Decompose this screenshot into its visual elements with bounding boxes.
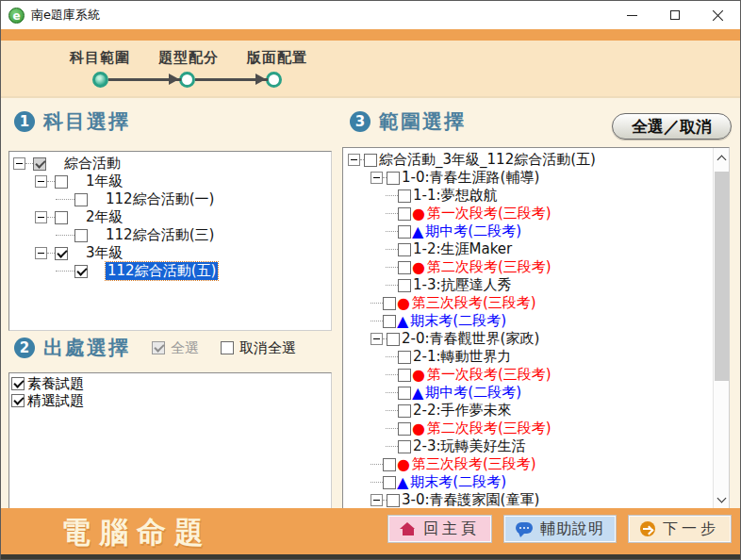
- checkbox-unchecked[interactable]: [398, 225, 411, 239]
- help-button[interactable]: 輔助說明: [504, 516, 616, 542]
- tree-row[interactable]: ▲ 期中考(二段考): [346, 222, 729, 240]
- tree-label[interactable]: 期末考(二段考): [410, 312, 506, 330]
- tree-row[interactable]: 1-2:生涯Maker: [346, 240, 729, 258]
- checkbox-unchecked[interactable]: [398, 369, 411, 382]
- vertical-scrollbar[interactable]: [713, 148, 729, 509]
- tree-row[interactable]: 1-3:抗壓達人秀: [346, 276, 729, 294]
- minimize-button[interactable]: [610, 1, 653, 29]
- tree-row[interactable]: ● 第三次段考(三段考): [346, 455, 729, 473]
- tree-row[interactable]: ● 第三次段考(三段考): [346, 294, 729, 312]
- tree-row[interactable]: 112綜合活動(一): [12, 190, 331, 208]
- tree-label[interactable]: 2-1:轉動世界力: [413, 348, 512, 366]
- checkbox-unchecked[interactable]: [387, 333, 400, 346]
- tree-label[interactable]: 1-0:青春生涯路(輔導): [402, 169, 539, 187]
- checkbox-unchecked[interactable]: [398, 261, 411, 274]
- tree-label[interactable]: 綜合活動: [64, 155, 121, 173]
- checkbox-unchecked[interactable]: [398, 387, 411, 400]
- tree-label[interactable]: 2年級: [86, 208, 124, 226]
- tree-label-selected[interactable]: 112綜合活動(五): [106, 262, 218, 280]
- list-item[interactable]: 素養試題: [9, 375, 331, 392]
- checkbox-checked[interactable]: [74, 265, 88, 278]
- tree-row[interactable]: 1-1:夢想啟航: [346, 187, 729, 205]
- next-step-button[interactable]: 下一步: [629, 516, 731, 542]
- checkbox-unchecked[interactable]: [55, 211, 68, 224]
- checkbox-unchecked[interactable]: [364, 154, 377, 167]
- select-all-checkbox-checked-disabled[interactable]: [152, 341, 165, 354]
- tree-label[interactable]: 1-2:生涯Maker: [413, 240, 512, 258]
- checkbox-unchecked[interactable]: [383, 476, 396, 489]
- tree-row[interactable]: 112綜合活動(五): [12, 262, 331, 280]
- tree-label[interactable]: 第三次段考(三段考): [412, 455, 536, 473]
- checkbox-unchecked[interactable]: [383, 297, 396, 310]
- close-button[interactable]: [697, 1, 740, 29]
- list-item[interactable]: 精選試題: [9, 392, 331, 409]
- tree-label[interactable]: 1-1:夢想啟航: [413, 187, 498, 205]
- collapse-icon[interactable]: [370, 333, 383, 345]
- tree-row[interactable]: 2-3:玩轉美好生活: [346, 437, 729, 455]
- checkbox-unchecked[interactable]: [383, 315, 396, 328]
- checkbox-unchecked[interactable]: [398, 404, 411, 418]
- collapse-icon[interactable]: [35, 175, 47, 188]
- checkbox-unchecked[interactable]: [398, 351, 411, 364]
- collapse-icon[interactable]: [35, 247, 47, 259]
- tree-label[interactable]: 2-0:青春觀世界(家政): [402, 330, 539, 348]
- tree-label[interactable]: 綜合活動_3年級_112綜合活動(五): [379, 151, 596, 169]
- checkbox-unchecked[interactable]: [398, 243, 411, 256]
- checkbox-checked[interactable]: [11, 377, 25, 390]
- tree-label[interactable]: 3年級: [86, 244, 124, 262]
- tree-label[interactable]: 112綜合活動(一): [106, 190, 214, 208]
- tree-row[interactable]: ▲ 期中考(二段考): [346, 384, 729, 402]
- home-button[interactable]: 回主頁: [388, 516, 491, 542]
- tree-row[interactable]: ● 第二次段考(三段考): [346, 420, 729, 437]
- checkbox-checked[interactable]: [55, 247, 68, 260]
- tree-label[interactable]: 期末考(二段考): [410, 473, 506, 491]
- checkbox-unchecked[interactable]: [55, 175, 68, 189]
- tree-row[interactable]: ● 第一次段考(三段考): [346, 205, 729, 222]
- checkbox-unchecked[interactable]: [398, 279, 411, 292]
- tree-label[interactable]: 第二次段考(三段考): [427, 420, 552, 437]
- checkbox-unchecked[interactable]: [387, 494, 400, 507]
- checkbox-unchecked[interactable]: [387, 172, 400, 185]
- tree-label[interactable]: 3-0:青春護家園(童軍): [402, 491, 539, 509]
- tree-row[interactable]: 1-0:青春生涯路(輔導): [346, 169, 729, 187]
- tree-label[interactable]: 1-3:抗壓達人秀: [413, 276, 512, 294]
- tree-row[interactable]: ● 第二次段考(三段考): [346, 258, 729, 276]
- tree-label[interactable]: 112綜合活動(三): [106, 226, 214, 244]
- maximize-button[interactable]: [653, 1, 697, 29]
- deselect-all-control[interactable]: 取消全選: [221, 339, 296, 357]
- tree-row[interactable]: 112綜合活動(三): [12, 226, 331, 244]
- select-all-control[interactable]: 全選: [152, 339, 199, 357]
- collapse-icon[interactable]: [370, 172, 383, 184]
- checkbox-unchecked[interactable]: [398, 440, 411, 453]
- tree-row[interactable]: 綜合活動_3年級_112綜合活動(五): [346, 151, 729, 169]
- collapse-icon[interactable]: [370, 494, 383, 506]
- tree-row[interactable]: ▲ 期末考(二段考): [346, 312, 729, 330]
- tree-row[interactable]: 2-2:手作夢未來: [346, 402, 729, 420]
- tree-label[interactable]: 第二次段考(三段考): [427, 258, 552, 276]
- tree-label[interactable]: 第三次段考(三段考): [412, 294, 536, 312]
- checkbox-unchecked[interactable]: [398, 422, 411, 436]
- checkbox-unchecked[interactable]: [398, 207, 411, 221]
- tree-label[interactable]: 2-3:玩轉美好生活: [413, 437, 526, 455]
- checkbox-checked[interactable]: [11, 394, 25, 407]
- collapse-icon[interactable]: [348, 154, 360, 166]
- deselect-all-checkbox[interactable]: [221, 341, 234, 354]
- select-toggle-button[interactable]: 全選／取消: [612, 113, 732, 140]
- tree-row[interactable]: 2-1:轉動世界力: [346, 348, 729, 366]
- collapse-icon[interactable]: [35, 211, 47, 223]
- tree-row[interactable]: 綜合活動: [12, 155, 331, 173]
- checkbox-unchecked[interactable]: [398, 189, 411, 203]
- tree-row[interactable]: 1年級: [12, 173, 331, 190]
- tree-label[interactable]: 期中考(二段考): [425, 222, 521, 240]
- tree-row[interactable]: ▲ 期末考(二段考): [346, 473, 729, 491]
- tree-label[interactable]: 第一次段考(三段考): [427, 205, 552, 222]
- checkbox-unchecked[interactable]: [74, 229, 88, 242]
- tree-label[interactable]: 1年級: [86, 173, 124, 190]
- tree-row[interactable]: 3年級: [12, 244, 331, 262]
- tree-row[interactable]: 2-0:青春觀世界(家政): [346, 330, 729, 348]
- scroll-up-icon[interactable]: [717, 155, 725, 162]
- tree-row[interactable]: 2年級: [12, 208, 331, 226]
- tree-label[interactable]: 期中考(二段考): [425, 384, 521, 402]
- tree-row[interactable]: ● 第一次段考(三段考): [346, 366, 729, 384]
- collapse-icon[interactable]: [13, 157, 25, 170]
